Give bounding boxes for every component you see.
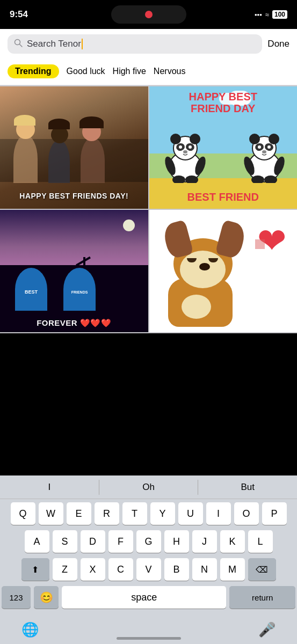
gif-panda-friends[interactable]: HAPPY BESTFRIEND DAY <box>149 86 298 209</box>
svg-point-23 <box>262 150 266 153</box>
search-bar[interactable]: Search Tenor <box>8 34 262 54</box>
key-g[interactable]: G <box>136 530 161 553</box>
key-s[interactable]: S <box>53 530 77 553</box>
predictive-bar: I Oh But <box>0 475 297 499</box>
key-x[interactable]: X <box>81 558 105 581</box>
key-k[interactable]: K <box>220 530 245 553</box>
key-l[interactable]: L <box>248 530 273 553</box>
gif-puppy-heart[interactable]: ❤ <box>149 210 298 332</box>
svg-point-18 <box>269 134 279 144</box>
status-icons: ▪▪▪ ≈ 100 <box>255 10 287 19</box>
key-row-2: A S D F G H J K L <box>2 530 295 553</box>
key-p[interactable]: P <box>262 502 287 525</box>
main-content: Search Tenor Done Trending Good luck Hig… <box>0 29 297 333</box>
svg-point-10 <box>183 150 187 153</box>
key-f[interactable]: F <box>108 530 133 553</box>
text-cursor <box>82 39 83 49</box>
panda-subtitle: BEST FRIEND <box>149 191 298 203</box>
battery-icon: 100 <box>272 10 287 19</box>
left-column: HAPPY BEST FRIENDS DAY! <box>0 86 148 332</box>
svg-point-5 <box>190 134 200 144</box>
key-m[interactable]: M <box>220 558 245 581</box>
predictive-word-i[interactable]: I <box>0 482 99 493</box>
bottom-bar: 🌐 🎤 <box>0 615 297 644</box>
right-column: HAPPY BESTFRIEND DAY <box>149 86 298 332</box>
gif-graveyard[interactable]: BEST FRIENDS FOREVER ❤️❤️❤️ <box>0 210 148 332</box>
key-o[interactable]: O <box>234 502 259 525</box>
delete-key[interactable]: ⌫ <box>248 558 276 581</box>
svg-point-9 <box>189 145 192 149</box>
tab-trending[interactable]: Trending <box>8 64 59 78</box>
search-input[interactable]: Search Tenor <box>27 39 256 49</box>
home-indicator <box>117 637 181 640</box>
gif-grid: HAPPY BEST FRIENDS DAY! <box>0 85 297 333</box>
tab-goodluck[interactable]: Good luck <box>67 67 105 76</box>
globe-icon[interactable]: 🌐 <box>21 621 39 638</box>
grave-text-best: BEST <box>25 289 38 295</box>
key-y[interactable]: Y <box>150 502 175 525</box>
search-placeholder: Search Tenor <box>27 39 81 49</box>
key-row-1: Q W E R T Y U I O P <box>2 502 295 525</box>
microphone-icon[interactable]: 🎤 <box>258 621 276 638</box>
key-h[interactable]: H <box>164 530 189 553</box>
key-row-3: ⬆ Z X C V B N M ⌫ <box>2 558 295 581</box>
key-n[interactable]: N <box>192 558 217 581</box>
key-d[interactable]: D <box>81 530 105 553</box>
key-q[interactable]: Q <box>11 502 35 525</box>
key-b[interactable]: B <box>164 558 189 581</box>
search-area: Search Tenor Done <box>0 29 297 59</box>
gif-forever-text: FOREVER ❤️❤️❤️ <box>0 318 148 328</box>
keyboard-section: I Oh But Q W E R T Y U I O P A S D F G H… <box>0 475 297 644</box>
key-row-4: 123 😊 space return <box>2 586 295 609</box>
return-key[interactable]: return <box>229 586 295 609</box>
panda-svg-2 <box>242 129 287 183</box>
tab-highfive[interactable]: High five <box>113 67 146 76</box>
gif-friends-day[interactable]: HAPPY BEST FRIENDS DAY! <box>0 86 148 209</box>
svg-point-17 <box>249 134 260 144</box>
status-time: 9:54 <box>10 9 28 20</box>
svg-point-21 <box>258 145 261 149</box>
svg-point-4 <box>170 134 181 144</box>
key-c[interactable]: C <box>108 558 133 581</box>
key-j[interactable]: J <box>192 530 217 553</box>
predictive-word-but[interactable]: But <box>198 482 297 493</box>
numbers-key[interactable]: 123 <box>2 586 31 609</box>
key-w[interactable]: W <box>39 502 63 525</box>
status-bar: 9:54 ▪▪▪ ≈ 100 <box>0 0 297 29</box>
svg-point-22 <box>267 145 271 149</box>
key-r[interactable]: R <box>95 502 119 525</box>
shift-key[interactable]: ⬆ <box>21 558 49 581</box>
predictive-word-oh[interactable]: Oh <box>99 482 198 493</box>
key-t[interactable]: T <box>122 502 147 525</box>
space-key[interactable]: space <box>62 586 226 609</box>
key-i[interactable]: I <box>206 502 231 525</box>
record-dot <box>145 11 153 18</box>
key-v[interactable]: V <box>136 558 161 581</box>
key-z[interactable]: Z <box>53 558 77 581</box>
search-icon <box>14 39 23 49</box>
svg-line-1 <box>20 45 23 47</box>
gif-friends-text: HAPPY BEST FRIENDS DAY! <box>0 192 148 200</box>
emoji-key[interactable]: 😊 <box>34 586 59 609</box>
svg-point-8 <box>179 145 182 149</box>
done-button[interactable]: Done <box>267 39 289 49</box>
wifi-icon: ≈ <box>265 11 269 19</box>
keyboard-rows: Q W E R T Y U I O P A S D F G H J K L ⬆ … <box>0 499 297 615</box>
key-u[interactable]: U <box>178 502 203 525</box>
category-tabs: Trending Good luck High five Nervous <box>0 59 297 85</box>
key-a[interactable]: A <box>25 530 49 553</box>
grave-text-friends: FRIENDS <box>71 290 88 294</box>
recording-indicator <box>111 5 186 24</box>
panda-svg-1 <box>163 129 208 183</box>
tab-nervous[interactable]: Nervous <box>154 67 186 76</box>
panda-title: HAPPY BESTFRIEND DAY <box>149 91 298 114</box>
key-e[interactable]: E <box>67 502 91 525</box>
signal-icon: ▪▪▪ <box>255 11 262 19</box>
